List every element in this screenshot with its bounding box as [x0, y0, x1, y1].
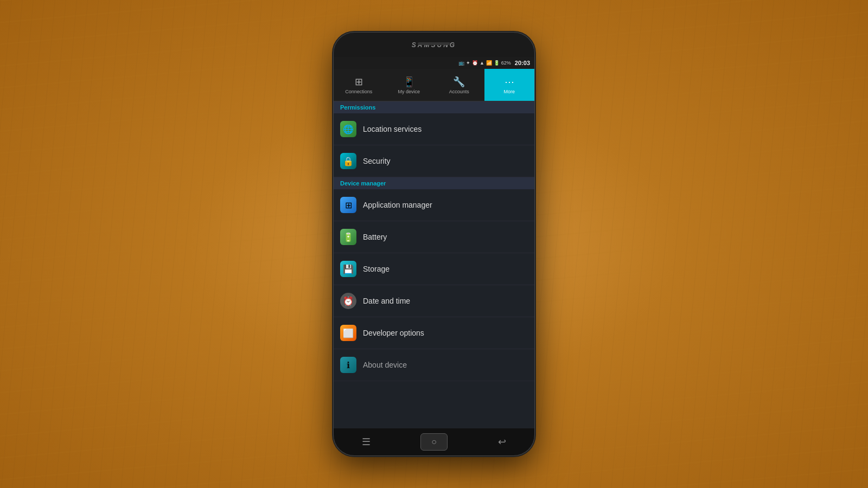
- location-services-icon: 🌐: [340, 121, 356, 137]
- tab-bar: ⊞ Connections 📱 My device 🔧 Accounts ⋯ M…: [334, 69, 534, 101]
- application-manager-icon: ⊞: [340, 197, 356, 213]
- location-services-item[interactable]: 🌐 Location services: [334, 113, 534, 145]
- screen-icon: 📺: [458, 60, 464, 66]
- security-icon: 🔒: [340, 153, 356, 169]
- clock-icon: ⏰: [472, 60, 478, 66]
- date-time-label: Date and time: [363, 297, 410, 305]
- date-time-icon: ⏰: [340, 293, 356, 309]
- security-label: Security: [363, 157, 391, 165]
- phone-top-bezel: SAMSUNG: [334, 33, 534, 57]
- application-manager-label: Application manager: [363, 201, 432, 209]
- back-button[interactable]: ↩: [491, 434, 513, 450]
- storage-label: Storage: [363, 265, 390, 273]
- my-device-icon: 📱: [403, 76, 415, 88]
- status-icons: 📺 ✦ ⏰ ▲ 📶 🔋 62% 20:03: [458, 60, 530, 66]
- speaker: [418, 42, 450, 45]
- bluetooth-icon: ✦: [466, 60, 470, 66]
- status-bar: 📺 ✦ ⏰ ▲ 📶 🔋 62% 20:03: [334, 57, 534, 69]
- developer-options-item[interactable]: ⬜ Developer options: [334, 317, 534, 349]
- home-button[interactable]: ○: [420, 433, 448, 451]
- settings-list: Permissions 🌐 Location services 🔒 Securi…: [334, 101, 534, 428]
- battery-label: Battery: [363, 233, 387, 241]
- location-services-label: Location services: [363, 125, 422, 133]
- home-icon: ○: [431, 437, 437, 447]
- about-device-item[interactable]: ℹ About device: [334, 349, 534, 381]
- about-device-icon: ℹ: [340, 357, 356, 373]
- battery-item[interactable]: 🔋 Battery: [334, 221, 534, 253]
- battery-percent: 62%: [501, 60, 511, 66]
- tab-connections-label: Connections: [345, 89, 372, 94]
- back-icon: ↩: [498, 436, 506, 448]
- status-time: 20:03: [515, 60, 530, 66]
- about-device-label: About device: [363, 361, 407, 369]
- accounts-icon: 🔧: [453, 76, 465, 88]
- tab-my-device-label: My device: [398, 89, 420, 94]
- tab-more-label: More: [503, 89, 515, 94]
- phone-body: SAMSUNG 📺 ✦ ⏰ ▲ 📶 🔋 62% 20:03 ⊞ Connecti…: [334, 33, 534, 455]
- date-time-item[interactable]: ⏰ Date and time: [334, 285, 534, 317]
- more-icon: ⋯: [505, 76, 514, 88]
- developer-options-label: Developer options: [363, 329, 424, 337]
- permissions-header: Permissions: [334, 101, 534, 113]
- battery-icon: 🔋: [494, 60, 500, 66]
- developer-options-icon: ⬜: [340, 325, 356, 341]
- storage-icon: 💾: [340, 261, 356, 277]
- device-manager-header: Device manager: [334, 177, 534, 189]
- tab-more[interactable]: ⋯ More: [484, 69, 535, 101]
- storage-item[interactable]: 💾 Storage: [334, 253, 534, 285]
- battery-item-icon: 🔋: [340, 229, 356, 245]
- menu-icon: ☰: [362, 436, 371, 448]
- tab-accounts-label: Accounts: [449, 89, 469, 94]
- tab-my-device[interactable]: 📱 My device: [384, 69, 435, 101]
- connections-icon: ⊞: [355, 76, 363, 88]
- bottom-nav: ☰ ○ ↩: [334, 428, 534, 455]
- tab-connections[interactable]: ⊞ Connections: [334, 69, 384, 101]
- phone-device: SAMSUNG 📺 ✦ ⏰ ▲ 📶 🔋 62% 20:03 ⊞ Connecti…: [334, 33, 534, 455]
- menu-button[interactable]: ☰: [355, 434, 377, 450]
- wifi-icon: ▲: [480, 60, 484, 66]
- signal-icon: 📶: [486, 60, 492, 66]
- tab-accounts[interactable]: 🔧 Accounts: [434, 69, 484, 101]
- application-manager-item[interactable]: ⊞ Application manager: [334, 189, 534, 221]
- security-item[interactable]: 🔒 Security: [334, 145, 534, 177]
